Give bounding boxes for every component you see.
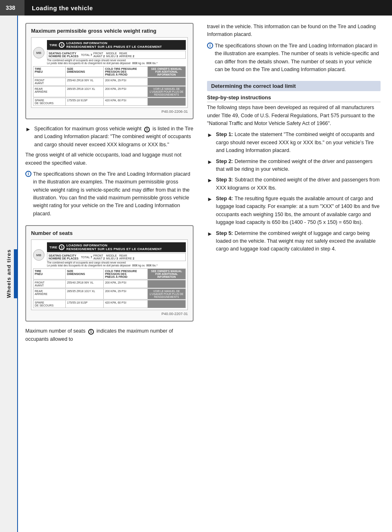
sidebar-label: Wheels and tires [6, 249, 12, 298]
arrow-icon-step4: ► [207, 195, 213, 204]
arrow-icon-step3: ► [207, 176, 213, 185]
info-block-right: i The specifications shown on the Tire a… [207, 42, 381, 74]
step-3-text: Step 3:Subtract the combined weight of t… [216, 176, 381, 192]
step-1-text: Step 1:Locate the statement "The combine… [216, 131, 381, 154]
tire-placard-1: MB TIRE 1 LOADING INFORMATION RENSEIGNEM… [31, 37, 188, 108]
step-4: ► Step 4:The resulting figure equals the… [207, 195, 381, 227]
arrow-icon-step1: ► [207, 131, 213, 140]
step-4-label: Step 4: [216, 196, 233, 201]
page-body: Wheels and tires Maximum permissible gro… [0, 16, 392, 532]
circle-ref-1: 1 [144, 127, 150, 132]
page-header: 338 Loading the vehicle [0, 0, 392, 16]
box1-bullet-text: Specification for maximum gross vehicle … [34, 125, 194, 149]
left-column: Maximum permissible gross vehicle weight… [25, 23, 201, 346]
box-seats: Number of seats MB TIRE 1 LOADING INFORM… [25, 225, 194, 322]
step-5-label: Step 5: [216, 230, 233, 236]
placard-top-info: TIRE 1 LOADING INFORMATION RENSEIGNEMENT… [47, 40, 186, 65]
placard-header-bar: TIRE 1 LOADING INFORMATION RENSEIGNEMENT… [47, 40, 186, 50]
arrow-icon-step2: ► [207, 158, 213, 167]
circle-ref-2: 1 [88, 329, 94, 335]
placard-top-info-2: TIRE 1 LOADING INFORMATION RENSEIGNEMENT… [47, 242, 186, 268]
step-1-label: Step 1: [216, 132, 233, 137]
page-number: 338 [0, 0, 24, 16]
step-intro: The following steps have been developed … [207, 104, 381, 127]
info-text-right: The specifications shown on the Tire and… [215, 42, 381, 74]
step-3: ► Step 3:Subtract the combined weight of… [207, 176, 381, 192]
arrow-icon-step5: ► [207, 230, 213, 239]
box1-bullet: ► Specification for maximum gross vehicl… [25, 125, 194, 149]
step-2: ► Step 2:Determine the combined weight o… [207, 158, 381, 174]
box1-title: Maximum permissible gross vehicle weight… [31, 28, 188, 34]
info-icon-1: i [25, 171, 31, 177]
tire-placard-2: MB TIRE 1 LOADING INFORMATION RENSEIGNEM… [31, 239, 188, 310]
circle-1: 1 [59, 42, 65, 48]
right-column: travel in the vehicle. This information … [207, 23, 381, 253]
box-max-weight: Maximum permissible gross vehicle weight… [25, 23, 194, 119]
placard-header-bar-2: TIRE 1 LOADING INFORMATION RENSEIGNEMENT… [47, 242, 186, 252]
info-block-1: i The specifications shown on the Tire a… [25, 170, 194, 218]
mb-logo: MB [33, 47, 45, 58]
arrow-icon-1: ► [25, 125, 31, 134]
placard1-caption: P40.00-2206-31 [31, 110, 188, 114]
two-col-layout: Maximum permissible gross vehicle weight… [25, 23, 381, 346]
step-5: ► Step 5:Determine the combined weight o… [207, 230, 381, 253]
right-intro: travel in the vehicle. This information … [207, 23, 381, 39]
step-5-text: Step 5:Determine the combined weight of … [216, 230, 381, 253]
step-2-label: Step 2: [216, 159, 233, 164]
section-header-load-limit: Determining the correct load limit [207, 81, 381, 91]
page-title: Loading the vehicle [24, 4, 93, 11]
info-text-1: The specifications shown on the Tire and… [33, 170, 194, 218]
box2-body: Maximum number of seats 1 indicates the … [25, 327, 194, 343]
box2-title: Number of seats [31, 230, 188, 236]
circle-2: 1 [59, 244, 65, 250]
step-2-text: Step 2:Determine the combined weight of … [216, 158, 381, 174]
box1-body: The gross weight of all vehicle occupant… [25, 151, 194, 167]
page-wrapper: 338 Loading the vehicle Wheels and tires… [0, 0, 392, 532]
sidebar-blue-bar [14, 249, 17, 298]
step-4-text: Step 4:The resulting figure equals the a… [216, 195, 381, 227]
mb-logo-2: MB [33, 249, 45, 261]
main-content: Maximum permissible gross vehicle weight… [18, 16, 392, 532]
sidebar: Wheels and tires [0, 16, 18, 532]
step-1: ► Step 1:Locate the statement "The combi… [207, 131, 381, 154]
step-section-title: Step-by-step instructions [207, 94, 381, 102]
step-3-label: Step 3: [216, 177, 233, 183]
placard2-caption: P40.00-2207-31 [31, 312, 188, 316]
info-icon-right: i [207, 42, 213, 49]
